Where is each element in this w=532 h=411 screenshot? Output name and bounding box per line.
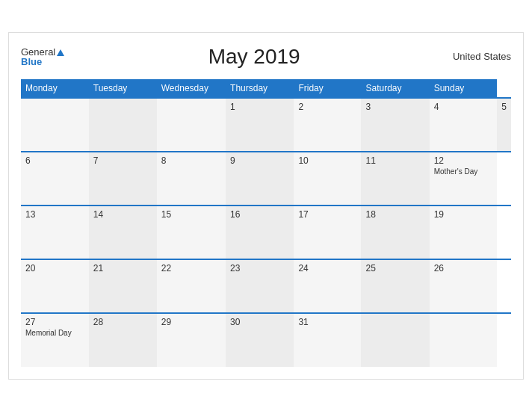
month-title: May 2019 [64, 45, 444, 69]
calendar-cell: 24 [294, 259, 361, 313]
weekday-header-thursday: Thursday [226, 79, 294, 98]
calendar-cell: 16 [226, 206, 294, 259]
weekday-header-friday: Friday [294, 79, 361, 98]
calendar-container: General Blue May 2019 United States Mond… [8, 32, 524, 380]
logo-general-text: General [21, 47, 64, 57]
calendar-cell: 6 [21, 152, 89, 206]
day-number: 2 [298, 102, 356, 112]
day-number: 23 [230, 263, 289, 274]
day-number: 11 [365, 155, 424, 166]
calendar-cell: 22 [157, 259, 226, 313]
day-number: 26 [434, 263, 493, 274]
weekday-header-tuesday: Tuesday [89, 79, 157, 98]
logo: General Blue [21, 47, 64, 67]
calendar-cell: 28 [89, 313, 157, 367]
calendar-cell: 11 [361, 152, 429, 206]
weekday-header-wednesday: Wednesday [157, 79, 226, 98]
calendar-cell: 29 [157, 313, 226, 367]
calendar-week-row: 13141516171819 [21, 206, 511, 259]
weekday-header-saturday: Saturday [361, 79, 429, 98]
calendar-cell: 17 [294, 206, 361, 259]
calendar-cell: 1 [226, 98, 294, 152]
calendar-cell: 3 [361, 98, 429, 152]
day-number: 8 [161, 155, 221, 166]
logo-blue-text: Blue [21, 57, 64, 67]
day-number: 29 [161, 317, 221, 327]
country-label: United States [444, 51, 511, 62]
calendar-cell: 15 [157, 206, 226, 259]
calendar-cell [89, 98, 157, 152]
calendar-cell: 21 [89, 259, 157, 313]
calendar-cell: 27Memorial Day [21, 313, 89, 367]
calendar-cell: 9 [226, 152, 294, 206]
day-number: 24 [298, 263, 356, 274]
calendar-cell: 20 [21, 259, 89, 313]
calendar-table: MondayTuesdayWednesdayThursdayFridaySatu… [21, 79, 511, 367]
day-number: 28 [93, 317, 152, 327]
day-number: 7 [93, 155, 152, 166]
day-number: 22 [161, 263, 221, 274]
calendar-header: General Blue May 2019 United States [21, 45, 511, 69]
calendar-cell: 4 [430, 98, 498, 152]
calendar-cell: 31 [294, 313, 361, 367]
day-number: 17 [298, 209, 356, 220]
calendar-week-row: 12345 [21, 98, 511, 152]
calendar-week-row: 20212223242526 [21, 259, 511, 313]
logo-triangle-icon [57, 49, 64, 56]
day-number: 19 [434, 209, 493, 220]
day-number: 15 [161, 209, 221, 220]
calendar-cell: 18 [361, 206, 429, 259]
calendar-cell: 12Mother's Day [430, 152, 498, 206]
calendar-cell [430, 313, 498, 367]
weekday-header-row: MondayTuesdayWednesdayThursdayFridaySatu… [21, 79, 511, 98]
day-number: 31 [298, 317, 356, 327]
day-number: 14 [93, 209, 152, 220]
calendar-cell: 30 [226, 313, 294, 367]
calendar-cell: 5 [497, 98, 511, 152]
weekday-header-monday: Monday [21, 79, 89, 98]
day-number: 27 [25, 317, 84, 327]
day-number: 16 [230, 209, 289, 220]
calendar-cell [157, 98, 226, 152]
calendar-cell: 26 [430, 259, 498, 313]
day-number: 18 [365, 209, 424, 220]
calendar-cell: 2 [294, 98, 361, 152]
calendar-week-row: 27Memorial Day28293031 [21, 313, 511, 367]
calendar-week-row: 6789101112Mother's Day [21, 152, 511, 206]
calendar-cell: 13 [21, 206, 89, 259]
calendar-cell: 8 [157, 152, 226, 206]
day-number: 30 [230, 317, 289, 327]
calendar-cell: 23 [226, 259, 294, 313]
day-number: 12 [434, 155, 493, 166]
calendar-cell: 7 [89, 152, 157, 206]
day-number: 25 [365, 263, 424, 274]
day-number: 1 [230, 102, 289, 112]
day-number: 13 [25, 209, 84, 220]
day-number: 5 [501, 102, 507, 112]
calendar-cell: 25 [361, 259, 429, 313]
day-number: 21 [93, 263, 152, 274]
calendar-cell [361, 313, 429, 367]
calendar-cell: 10 [294, 152, 361, 206]
holiday-label: Memorial Day [25, 329, 84, 337]
calendar-cell [21, 98, 89, 152]
day-number: 6 [25, 155, 84, 166]
day-number: 9 [230, 155, 289, 166]
holiday-label: Mother's Day [434, 167, 493, 176]
calendar-cell: 14 [89, 206, 157, 259]
day-number: 20 [25, 263, 84, 274]
day-number: 10 [298, 155, 356, 166]
day-number: 4 [434, 102, 493, 112]
calendar-cell: 19 [430, 206, 498, 259]
weekday-header-sunday: Sunday [430, 79, 498, 98]
day-number: 3 [365, 102, 424, 112]
